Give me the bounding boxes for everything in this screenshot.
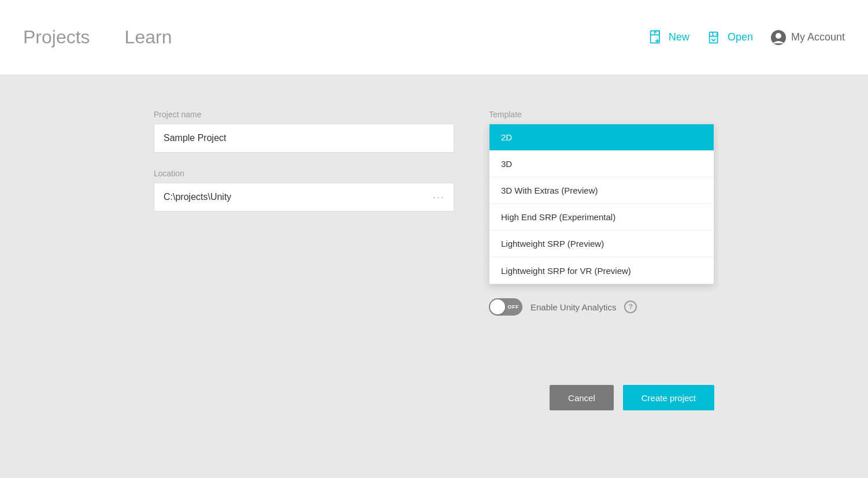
template-option-2d[interactable]: 2D (489, 124, 714, 151)
project-name-input[interactable] (154, 124, 454, 153)
template-section: Template 2D 3D 3D With Extras (Preview) … (489, 110, 714, 284)
bottom-actions: Cancel Create project (154, 385, 714, 410)
header: Projects Learn New (0, 0, 868, 75)
toggle-knob (490, 299, 505, 314)
analytics-label: Enable Unity Analytics (531, 302, 616, 312)
nav-learn[interactable]: Learn (125, 27, 172, 48)
location-input-wrapper: ··· (154, 183, 454, 212)
outer-wrapper: Project name Location ··· Template 2D (154, 110, 714, 410)
project-name-label: Project name (154, 110, 454, 119)
new-button[interactable]: New (648, 29, 689, 46)
template-option-lightweight-srp[interactable]: Lightweight SRP (Preview) (489, 231, 714, 257)
analytics-help-icon[interactable]: ? (624, 301, 637, 313)
open-label: Open (728, 31, 753, 43)
template-dropdown: 2D 3D 3D With Extras (Preview) High End … (489, 124, 714, 284)
header-nav: Projects Learn (23, 27, 648, 48)
template-label: Template (489, 110, 714, 119)
template-option-high-end-srp[interactable]: High End SRP (Experimental) (489, 204, 714, 231)
location-group: Location ··· (154, 169, 454, 212)
new-label: New (669, 31, 689, 43)
header-actions: New Open My Account (648, 29, 845, 46)
svg-point-13 (776, 33, 781, 39)
cancel-button[interactable]: Cancel (550, 385, 614, 410)
location-label: Location (154, 169, 454, 178)
location-browse-dots[interactable]: ··· (433, 191, 445, 203)
my-account-label: My Account (791, 31, 845, 43)
form-container: Project name Location ··· Template 2D (154, 110, 714, 316)
create-project-button[interactable]: Create project (623, 385, 714, 410)
project-name-group: Project name (154, 110, 454, 153)
account-icon (770, 29, 787, 46)
open-button[interactable]: Open (707, 29, 753, 46)
my-account-button[interactable]: My Account (770, 29, 845, 46)
toggle-off-label: OFF (508, 304, 520, 310)
nav-projects[interactable]: Projects (23, 27, 90, 48)
form-left: Project name Location ··· (154, 110, 454, 212)
analytics-toggle[interactable]: OFF (489, 298, 522, 316)
template-option-lightweight-srp-vr[interactable]: Lightweight SRP for VR (Preview) (489, 257, 714, 284)
analytics-row: OFF Enable Unity Analytics ? (489, 298, 714, 316)
open-icon (707, 29, 723, 46)
location-input[interactable] (154, 183, 454, 212)
template-option-3d[interactable]: 3D (489, 151, 714, 177)
template-option-3d-extras[interactable]: 3D With Extras (Preview) (489, 177, 714, 204)
new-icon (648, 29, 664, 46)
main-content: Project name Location ··· Template 2D (0, 75, 868, 478)
form-right: Template 2D 3D 3D With Extras (Preview) … (489, 110, 714, 316)
